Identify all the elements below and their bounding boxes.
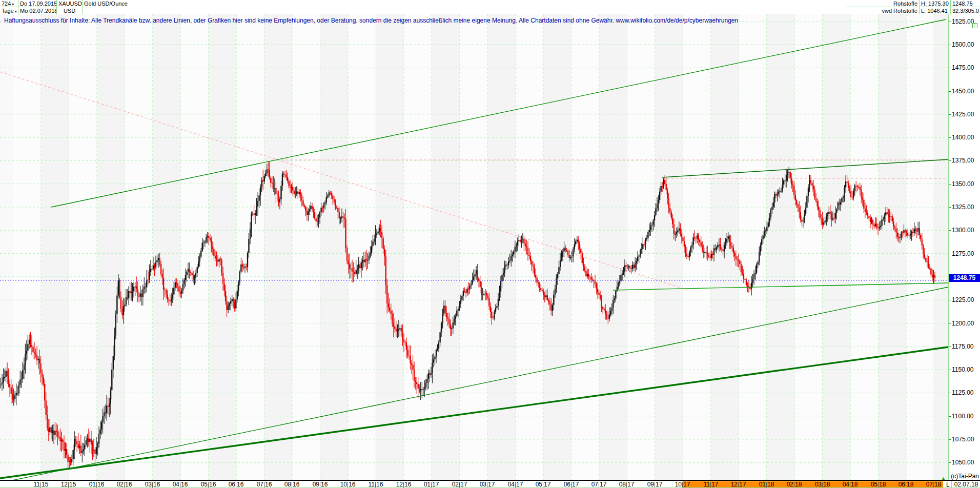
price-tick-mark	[949, 137, 951, 138]
currency-field: USD	[57, 7, 83, 14]
time-tick-label: 0316	[145, 481, 160, 487]
date-from-field[interactable]: Do 17.09.2015	[18, 0, 57, 7]
price-tick-mark	[949, 416, 951, 417]
time-tick-label: 0518	[870, 481, 886, 487]
period-dropdown[interactable]: Tage▾	[0, 7, 18, 14]
time-tick-label: 1217	[730, 481, 746, 487]
price-tick-label: 1075.00	[952, 436, 979, 443]
price-tick-mark	[949, 347, 951, 347]
price-tick-label: 1300.00	[952, 227, 979, 234]
time-tick-label: 1017	[675, 481, 690, 487]
copyright-label: (c)Tai-Pan	[948, 473, 979, 480]
price-axis: 1525.001500.001475.001450.001425.001400.…	[948, 14, 980, 481]
time-axis: 1115121501160216031604160516061607160816…	[0, 481, 948, 488]
date-to-field[interactable]: Mo 02.07.2018	[18, 7, 57, 14]
candlestick-chart	[0, 14, 948, 481]
price-tick-label: 1450.00	[952, 88, 979, 95]
time-tick-label: 0216	[116, 481, 132, 487]
price-tick-label: 1050.00	[952, 459, 979, 466]
price-tick-label: 1475.00	[952, 64, 979, 71]
time-tick-label: 1117	[703, 481, 718, 487]
chart-header: 724▾ Do 17.09.2015 XAUUSD Gold USD/Ounce…	[0, 0, 980, 14]
time-tick-label: 0218	[786, 481, 802, 487]
price-tick-mark	[949, 300, 951, 300]
time-tick-label: 0716	[256, 481, 272, 487]
time-tick-label: 0416	[172, 481, 188, 487]
time-tick-label: 0516	[200, 481, 216, 487]
time-tick-label: 0517	[535, 481, 550, 487]
price-tick-mark	[949, 114, 951, 115]
price-tick-label: 1200.00	[952, 320, 979, 327]
price-tick-label: 1425.00	[952, 111, 979, 118]
time-tick-label: 0917	[647, 481, 662, 487]
chevron-down-icon: ▾	[15, 9, 17, 14]
time-tick-label: 0418	[842, 481, 858, 487]
cursor-date-box: 02.07.18	[951, 481, 980, 488]
time-tick-label: 0816	[284, 481, 299, 487]
price-tick-mark	[949, 393, 951, 393]
time-tick-label: 1216	[396, 481, 411, 487]
last-bar-marker-icon: ▲	[941, 476, 946, 481]
last-price-box: 1248.75	[949, 274, 980, 282]
price-tick-label: 1175.00	[952, 343, 979, 350]
price-tick-mark	[949, 22, 951, 22]
price-tick-label: 1225.00	[952, 296, 979, 303]
bar-count-value: 724	[2, 1, 11, 7]
time-tick-label: 0616	[228, 481, 243, 487]
price-tick-mark	[949, 370, 951, 370]
time-tick-label: 0117	[423, 481, 439, 487]
price-tick-label: 1125.00	[952, 389, 979, 396]
group-label: Rohstoffe	[846, 0, 920, 7]
price-tick-mark	[949, 91, 951, 92]
time-tick-label: 0118	[759, 481, 774, 487]
price-tick-label: 1400.00	[952, 134, 979, 141]
collapse-button[interactable]: −	[972, 23, 977, 28]
time-tick-label: 0817	[619, 481, 634, 487]
price-tick-mark	[949, 254, 951, 254]
chart-plot-area[interactable]	[0, 14, 948, 481]
time-tick-label: 0116	[89, 481, 104, 487]
price-tick-mark	[949, 68, 951, 68]
price-tick-label: 1275.00	[952, 250, 979, 257]
time-tick-label: 0718	[926, 481, 941, 487]
time-tick-label: 1215	[60, 481, 76, 487]
time-tick-label: 0417	[507, 481, 523, 487]
price-tick-mark	[949, 45, 951, 45]
price-tick-mark	[949, 184, 951, 185]
time-tick-label: 1016	[340, 481, 355, 487]
price-tick-mark	[949, 439, 951, 440]
time-tick-label: 1115	[33, 481, 48, 487]
range-stat-label: 32.3/305.0	[951, 7, 980, 14]
axis-border	[0, 480, 980, 481]
disclaimer-text: Haftungsausschluss für Inhalte: Alle Tre…	[4, 17, 824, 24]
last-price-label: 1248.75	[951, 0, 980, 7]
price-tick-mark	[949, 230, 951, 231]
time-tick-label: 0618	[898, 481, 913, 487]
time-tick-label: 1116	[368, 481, 383, 487]
price-tick-label: 1375.00	[952, 157, 979, 164]
price-tick-mark	[949, 207, 951, 208]
low-label: L: 1046.41	[920, 7, 951, 14]
time-tick-label: 0717	[591, 481, 606, 487]
time-tick-label: 0217	[452, 481, 467, 487]
price-tick-mark	[949, 462, 951, 463]
time-tick-label: 0916	[312, 481, 328, 487]
period-value: Tage	[2, 8, 14, 14]
time-tick-label: 0318	[814, 481, 830, 487]
price-tick-mark	[949, 323, 951, 324]
price-tick-label: 1350.00	[952, 180, 979, 188]
taipan-chart-window: 724▾ Do 17.09.2015 XAUUSD Gold USD/Ounce…	[0, 0, 980, 488]
price-tick-label: 1150.00	[952, 366, 979, 373]
time-tick-label: 0317	[479, 481, 495, 487]
price-tick-label: 1100.00	[952, 413, 979, 420]
bar-count-dropdown[interactable]: 724▾	[0, 0, 18, 7]
high-label: H: 1375.30	[920, 0, 951, 7]
instrument-name: Gold USD/Ounce	[83, 0, 236, 7]
symbol-field[interactable]: XAUUSD	[57, 0, 83, 7]
time-tick-label: 0617	[563, 481, 579, 487]
price-tick-label: 1500.00	[952, 41, 979, 48]
provider-label: vwd Rohstoffe	[846, 7, 920, 14]
chevron-down-icon: ▾	[12, 2, 14, 7]
price-tick-mark	[949, 160, 951, 161]
price-tick-label: 1325.00	[952, 204, 979, 211]
